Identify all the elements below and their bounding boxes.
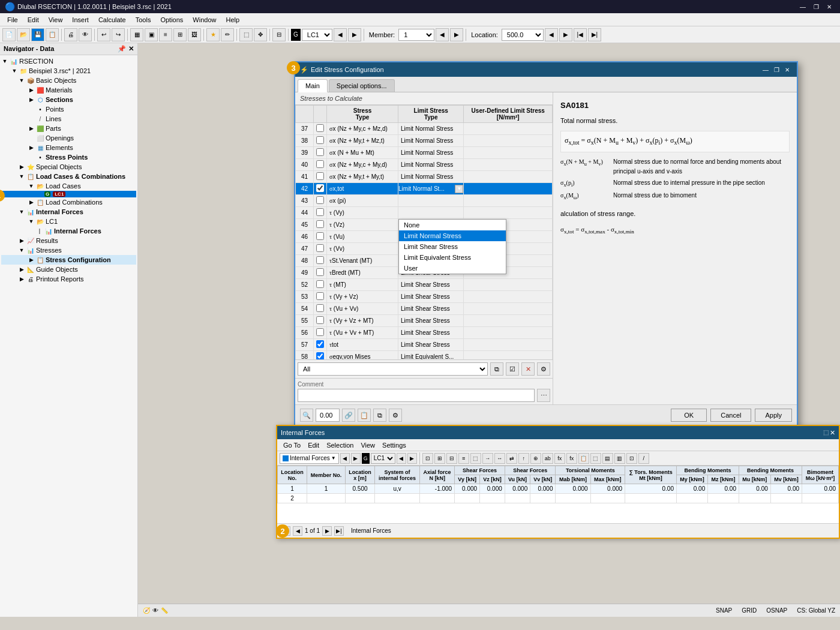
if-lc-next[interactable]: ▶ bbox=[407, 453, 417, 464]
table-row[interactable]: 39 σx (N + Mu + Mt) Limit Normal Stress bbox=[296, 147, 553, 159]
if-float[interactable]: ⬚ bbox=[823, 429, 829, 437]
if-menu-goto[interactable]: Go To bbox=[280, 441, 304, 449]
table-row[interactable]: 37 σx (Nz + My,c + Mz,d) Limit Normal St… bbox=[296, 123, 553, 135]
tab-special[interactable]: Special options... bbox=[329, 79, 395, 92]
if-tool2[interactable]: ⊞ bbox=[434, 453, 445, 464]
if-tool18[interactable]: ⊡ bbox=[626, 453, 637, 464]
tree-int-lc1[interactable]: ▼ 📂 LC1 bbox=[1, 217, 136, 226]
row-check[interactable] bbox=[314, 183, 327, 195]
table-row[interactable]: 56 τ (Vu + Vv + MT) Limit Shear Stress bbox=[296, 327, 553, 339]
tree-stress-config[interactable]: ▶ 📋 Stress Configuration bbox=[1, 255, 136, 265]
next-member[interactable]: ▶ bbox=[450, 28, 463, 41]
osnap-label[interactable]: OSNAP bbox=[766, 607, 787, 614]
tree-stresses[interactable]: ▼ 📊 Stresses bbox=[1, 245, 136, 255]
if-prev-page[interactable]: ◀ bbox=[293, 526, 302, 536]
tree-stress-points[interactable]: • Stress Points bbox=[1, 152, 136, 162]
next-loc[interactable]: ▶ bbox=[559, 28, 572, 41]
if-menu-view[interactable]: View bbox=[357, 441, 379, 449]
tool1[interactable]: ▦ bbox=[130, 28, 143, 41]
if-tool19[interactable]: / bbox=[638, 453, 649, 464]
if-tool8[interactable]: ⇄ bbox=[506, 453, 517, 464]
if-tool3[interactable]: ⊟ bbox=[446, 453, 457, 464]
row-check[interactable] bbox=[314, 159, 327, 171]
if-tool17[interactable]: ▥ bbox=[614, 453, 625, 464]
dropdown-user[interactable]: User bbox=[399, 263, 506, 274]
redo-button[interactable]: ↪ bbox=[112, 28, 125, 41]
new-button[interactable]: 📄 bbox=[2, 28, 16, 41]
undo-button[interactable]: ↩ bbox=[97, 28, 110, 41]
filter-dropdown[interactable]: All bbox=[298, 362, 488, 376]
filter-check-all[interactable]: ☑ bbox=[506, 362, 519, 376]
dropdown-limit-equiv[interactable]: Limit Equivalent Stress bbox=[399, 252, 506, 263]
if-tool6[interactable]: → bbox=[482, 453, 493, 464]
if-table-dropdown[interactable]: ▼ bbox=[331, 455, 336, 461]
row-check[interactable] bbox=[314, 231, 327, 243]
if-next-page[interactable]: ▶ bbox=[322, 526, 332, 536]
cancel-button[interactable]: Cancel bbox=[710, 409, 751, 422]
if-tool9[interactable]: ↑ bbox=[518, 453, 529, 464]
tree-sections[interactable]: ▶ ⬡ Sections bbox=[1, 95, 136, 104]
table-row[interactable]: 58 σeqv,von Mises Limit Equivalent S... bbox=[296, 351, 553, 360]
if-tool12[interactable]: fx bbox=[554, 453, 565, 464]
table-row[interactable]: 43 σx (pi) bbox=[296, 195, 553, 207]
limit-type-dropdown[interactable]: None Limit Normal Stress Limit Shear Str… bbox=[398, 219, 506, 274]
preview-button[interactable]: 👁 bbox=[79, 28, 92, 41]
tree-elements[interactable]: ▶ ▦ Elements bbox=[1, 143, 136, 152]
footer-btn3[interactable]: ⧉ bbox=[373, 409, 386, 422]
tree-materials[interactable]: ▶ 🟥 Materials bbox=[1, 85, 136, 95]
table-row[interactable]: 38 σx (Nz + My,t + Mz,t) Limit Normal St… bbox=[296, 135, 553, 147]
row-check[interactable] bbox=[314, 351, 327, 360]
table-row[interactable]: 45 τ (Vz) None Limit Normal Stress L bbox=[296, 219, 553, 231]
table-row[interactable]: 53 τ (Vy + Vz) Limit Shear Stress bbox=[296, 291, 553, 303]
if-tool4[interactable]: ≡ bbox=[458, 453, 469, 464]
tool3[interactable]: ≡ bbox=[159, 28, 172, 41]
limit-cell-42[interactable]: Limit Normal St... ▼ bbox=[398, 185, 463, 193]
tree-guide[interactable]: ▶ 📐 Guide Objects bbox=[1, 265, 136, 274]
star-button[interactable]: ★ bbox=[206, 28, 220, 41]
row-check[interactable] bbox=[314, 279, 327, 291]
menu-tools[interactable]: Tools bbox=[131, 15, 156, 25]
first-loc[interactable]: |◀ bbox=[574, 28, 587, 41]
row-check[interactable] bbox=[314, 123, 327, 135]
table-row[interactable]: 55 τ (Vy + Vz + MT) Limit Shear Stress bbox=[296, 315, 553, 327]
dropdown-none[interactable]: None bbox=[399, 220, 506, 230]
location-dropdown[interactable]: 500.0 bbox=[502, 29, 544, 41]
row-check[interactable] bbox=[314, 255, 327, 267]
view-button[interactable]: ⊟ bbox=[272, 28, 286, 41]
tree-points[interactable]: • Points bbox=[1, 104, 136, 114]
minimize-button[interactable]: — bbox=[797, 2, 809, 11]
row-check[interactable] bbox=[314, 171, 327, 183]
table-row[interactable]: 52 τ (MT) Limit Shear Stress bbox=[296, 279, 553, 291]
comment-btn[interactable]: ⋯ bbox=[537, 389, 550, 402]
dropdown-limit-normal[interactable]: Limit Normal Stress bbox=[399, 230, 506, 241]
row-check[interactable] bbox=[314, 291, 327, 303]
prev-lc[interactable]: ◀ bbox=[334, 28, 347, 41]
tree-special[interactable]: ▶ ⭐ Special Objects bbox=[1, 162, 136, 172]
footer-btn1[interactable]: 🔗 bbox=[342, 409, 355, 422]
menu-file[interactable]: File bbox=[2, 15, 23, 25]
if-last-page[interactable]: ▶| bbox=[334, 526, 344, 536]
row-check[interactable] bbox=[314, 147, 327, 159]
if-menu-settings[interactable]: Settings bbox=[379, 441, 410, 449]
tree-results[interactable]: ▶ 📈 Results bbox=[1, 236, 136, 245]
filter-delete[interactable]: ✕ bbox=[521, 362, 535, 376]
table-row-selected[interactable]: 42 σx,tot Limit Normal St... ▼ bbox=[296, 183, 553, 195]
if-menu-selection[interactable]: Selection bbox=[323, 441, 357, 449]
table-row[interactable]: 44 τ (Vy) bbox=[296, 207, 553, 219]
footer-btn4[interactable]: ⚙ bbox=[389, 409, 402, 422]
menu-window[interactable]: Window bbox=[188, 15, 221, 25]
row-check[interactable] bbox=[314, 243, 327, 255]
tree-loadcases[interactable]: ▼ 📂 Load Cases bbox=[1, 181, 136, 191]
prev-loc[interactable]: ◀ bbox=[545, 28, 558, 41]
save-button[interactable]: 💾 bbox=[31, 28, 44, 41]
if-row-1[interactable]: 1 1 0.500 u,v -1.000 0.000 0.000 0.000 0… bbox=[278, 484, 839, 494]
tree-load-comb[interactable]: ▶ 📋 Load Combinations bbox=[1, 197, 136, 207]
row-check[interactable] bbox=[314, 195, 327, 207]
row-check[interactable] bbox=[314, 303, 327, 315]
row-check[interactable] bbox=[314, 315, 327, 327]
if-tool16[interactable]: ▤ bbox=[602, 453, 613, 464]
if-tool1[interactable]: ⊡ bbox=[422, 453, 433, 464]
tree-project[interactable]: ▼ 📁 Beispiel 3.rsc* | 2021 bbox=[1, 66, 136, 76]
filter-copy[interactable]: ⧉ bbox=[490, 362, 503, 376]
if-menu-edit[interactable]: Edit bbox=[304, 441, 323, 449]
